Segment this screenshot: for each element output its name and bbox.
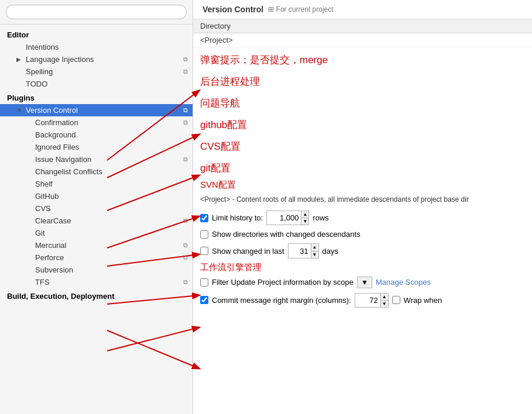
sidebar-item-subversion[interactable]: Subversion — [0, 264, 193, 276]
project-label: <Project> — [200, 36, 233, 44]
sidebar-item-clearcase[interactable]: ClearCase ⧉ — [0, 215, 193, 227]
show-changed-last-checkbox[interactable] — [200, 247, 208, 255]
sidebar-item-label: Subversion — [35, 265, 188, 274]
sidebar-item-label: CVS — [35, 204, 188, 213]
sidebar-item-ignored-files[interactable]: Ignored Files — [0, 141, 193, 153]
section-plugins: Plugins — [0, 90, 193, 104]
sidebar: Editor Intentions ▶ Language Injections … — [0, 0, 193, 414]
scope-dropdown-btn[interactable]: ▼ — [357, 277, 372, 288]
show-changed-desc-label: Show directories with changed descendant… — [212, 230, 361, 239]
limit-history-spinner[interactable]: ▲ ▼ — [301, 211, 309, 225]
sidebar-item-todo[interactable]: TODO — [0, 78, 193, 90]
section-build: Build, Execution, Deployment — [0, 288, 193, 302]
commit-margin-spinner[interactable]: ▲ ▼ — [381, 293, 389, 308]
copy-icon: ⧉ — [183, 106, 188, 114]
search-bar — [0, 0, 193, 25]
show-changed-desc-checkbox[interactable] — [200, 230, 208, 239]
sidebar-item-git[interactable]: Git — [0, 227, 193, 239]
annotation-4: github配置 — [200, 111, 525, 133]
sidebar-item-shelf[interactable]: Shelf — [0, 178, 193, 190]
copy-icon: ⧉ — [183, 217, 188, 225]
spin-up-icon[interactable]: ▲ — [381, 294, 388, 301]
sidebar-item-label: Confirmation — [35, 118, 183, 127]
sidebar-item-version-control[interactable]: ▼ Version Control ⧉ — [0, 104, 193, 116]
sidebar-item-confirmation[interactable]: Confirmation ⧉ — [0, 116, 193, 129]
sidebar-item-changelist-conflicts[interactable]: Changelist Conflicts — [0, 165, 193, 178]
rows-label: rows — [313, 213, 328, 222]
commit-margin-input-group: 72 ▲ ▼ — [355, 293, 389, 308]
sidebar-item-cvs[interactable]: CVS — [0, 202, 193, 215]
commit-margin-input[interactable]: 72 — [355, 293, 381, 308]
sidebar-item-background[interactable]: Background — [0, 129, 193, 141]
commit-msg-row: Commit message right margin (columns): 7… — [193, 291, 532, 310]
spin-up-icon[interactable]: ▲ — [311, 244, 318, 251]
sidebar-item-perforce[interactable]: Perforce ⧉ — [0, 251, 193, 264]
section-editor: Editor — [0, 27, 193, 41]
show-changed-desc-row: Show directories with changed descendant… — [193, 227, 532, 241]
days-input-group: 31 ▲ ▼ — [288, 243, 319, 258]
sidebar-item-label: Shelf — [35, 180, 188, 188]
sidebar-item-mercurial[interactable]: Mercurial ⧉ — [0, 239, 193, 251]
project-row: <Project> — [193, 33, 532, 47]
sidebar-list: Editor Intentions ▶ Language Injections … — [0, 25, 193, 414]
filter-update-checkbox[interactable] — [200, 278, 208, 287]
sidebar-item-language-injections[interactable]: ▶ Language Injections ⧉ — [0, 53, 193, 65]
sidebar-item-label: Perforce — [35, 253, 183, 262]
sidebar-item-intentions[interactable]: Intentions — [0, 41, 193, 53]
sidebar-item-github[interactable]: GitHub — [0, 190, 193, 202]
directory-table: Directory <Project> — [193, 19, 532, 47]
project-desc: <Project> - Content roots of all modules… — [193, 193, 532, 208]
sidebar-item-label: Ignored Files — [35, 143, 188, 151]
copy-icon: ⧉ — [183, 254, 188, 261]
limit-history-row: Limit history to: 1,000 ▲ ▼ rows — [193, 208, 532, 227]
annotation-3: 问题导航 — [200, 89, 525, 111]
copy-icon: ⧉ — [183, 68, 188, 75]
manage-scopes-link[interactable]: Manage Scopes — [376, 278, 431, 287]
wrap-when-checkbox[interactable] — [392, 296, 400, 304]
sidebar-item-label: TFS — [35, 278, 183, 287]
filter-update-row: Filter Update Project information by sco… — [193, 274, 532, 291]
project-scope-label: ⊞ For current project — [268, 5, 333, 13]
annotation-5: CVS配置 — [200, 133, 525, 154]
search-input[interactable] — [6, 5, 187, 19]
show-changed-last-row: Show changed in last 31 ▲ ▼ days — [193, 241, 532, 260]
commit-msg-label: Commit message right margin (columns): — [212, 296, 351, 305]
content-body: Directory <Project> 弹窗提示；是否提交，merge 后台进程… — [193, 19, 532, 414]
days-input[interactable]: 31 — [288, 243, 311, 258]
sidebar-item-tfs[interactable]: TFS ⧉ — [0, 276, 193, 288]
limit-history-checkbox[interactable] — [200, 214, 208, 222]
limit-history-input-group: 1,000 ▲ ▼ — [266, 211, 309, 225]
sidebar-item-label: Changelist Conflicts — [35, 167, 188, 176]
svn-annotation: SVN配置 — [200, 176, 525, 191]
sidebar-item-label: Issue Navigation — [35, 155, 183, 164]
annotation-6: git配置 — [200, 154, 525, 176]
sidebar-item-label: TODO — [26, 80, 188, 88]
spin-down-icon[interactable]: ▼ — [311, 251, 318, 258]
sidebar-item-label: GitHub — [35, 192, 188, 201]
sidebar-item-label: Spelling — [26, 67, 183, 76]
workflow-annotation: 工作流引擎管理 — [193, 261, 532, 274]
filter-update-label: Filter Update Project information by sco… — [212, 278, 353, 287]
content-panel: Version Control ⊞ For current project Di… — [193, 0, 532, 414]
commit-msg-checkbox[interactable] — [200, 296, 208, 304]
days-spinner[interactable]: ▲ ▼ — [311, 243, 319, 258]
spin-down-icon[interactable]: ▼ — [301, 218, 308, 225]
days-label: days — [322, 247, 338, 256]
sidebar-item-label: Mercurial — [35, 241, 183, 250]
sidebar-item-label: Version Control — [26, 106, 183, 115]
copy-icon: ⧉ — [183, 242, 188, 249]
sidebar-item-label: Git — [35, 229, 188, 237]
limit-history-input[interactable]: 1,000 — [266, 211, 301, 225]
sidebar-item-spelling[interactable]: Spelling ⧉ — [0, 65, 193, 78]
page-title: Version Control — [202, 5, 263, 14]
sidebar-item-label: Intentions — [26, 43, 188, 51]
limit-history-label: Limit history to: — [212, 213, 263, 222]
spin-up-icon[interactable]: ▲ — [301, 211, 308, 218]
directory-col-header: Directory — [193, 19, 532, 33]
sidebar-item-issue-navigation[interactable]: Issue Navigation ⧉ — [0, 153, 193, 165]
spin-down-icon[interactable]: ▼ — [381, 301, 388, 307]
expand-icon: ▶ — [16, 56, 25, 63]
annotations-area: 弹窗提示；是否提交，merge 后台进程处理 问题导航 github配置 CVS… — [193, 47, 532, 193]
copy-icon: ⧉ — [183, 119, 188, 126]
content-header: Version Control ⊞ For current project — [193, 0, 532, 19]
